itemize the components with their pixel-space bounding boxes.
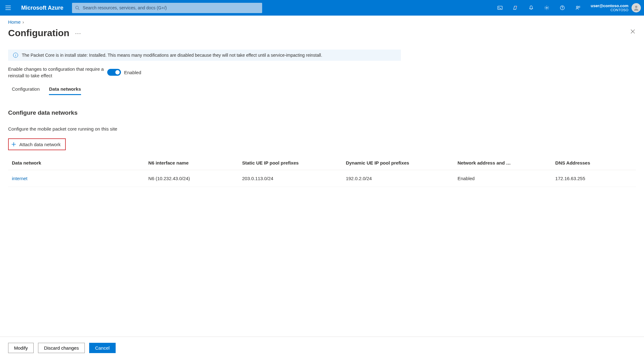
info-icon: i	[13, 53, 18, 58]
account-org: CONTOSO	[591, 8, 628, 12]
person-icon	[633, 4, 640, 11]
toggle-knob	[115, 70, 120, 74]
feedback-button[interactable]	[570, 0, 586, 16]
col-dns[interactable]: DNS Addresses	[555, 160, 635, 165]
help-button[interactable]	[555, 0, 570, 16]
hamburger-icon	[5, 5, 11, 11]
svg-line-1	[78, 9, 79, 10]
tab-data-networks[interactable]: Data networks	[49, 86, 81, 95]
attach-data-network-button[interactable]: Attach data network	[8, 138, 66, 150]
section-description: Configure the mobile packet core running…	[8, 126, 636, 132]
feedback-icon	[575, 5, 581, 11]
data-networks-table: Data network N6 interface name Static UE…	[8, 157, 636, 187]
account-menu[interactable]: user@contoso.com CONTOSO	[586, 3, 641, 12]
search-placeholder: Search resources, services, and docs (G+…	[83, 5, 167, 10]
reinstall-toggle-state: Enabled	[124, 70, 141, 75]
cell-dns: 172.16.63.255	[555, 176, 635, 181]
modify-button[interactable]: Modify	[8, 343, 34, 353]
cell-dynamic: 192.0.2.0/24	[346, 176, 455, 181]
breadcrumb: Home ›	[8, 19, 636, 25]
brand-label[interactable]: Microsoft Azure	[14, 5, 72, 11]
discard-changes-button[interactable]: Discard changes	[38, 343, 85, 353]
col-dynamic-prefixes[interactable]: Dynamic UE IP pool prefixes	[346, 160, 455, 165]
plus-icon	[11, 141, 17, 147]
col-data-network[interactable]: Data network	[12, 160, 146, 165]
tab-configuration[interactable]: Configuration	[12, 86, 40, 95]
help-icon	[560, 5, 565, 11]
svg-point-6	[576, 6, 578, 8]
col-static-prefixes[interactable]: Static UE IP pool prefixes	[242, 160, 344, 165]
col-n6-interface[interactable]: N6 interface name	[148, 160, 240, 165]
page-more-button[interactable]: ···	[75, 30, 81, 37]
copilot-button[interactable]	[508, 0, 523, 16]
reinstall-toggle[interactable]	[107, 69, 121, 76]
bell-icon	[528, 5, 534, 11]
cell-napt: Enabled	[458, 176, 553, 181]
cancel-button[interactable]: Cancel	[89, 343, 116, 353]
copilot-icon	[513, 5, 518, 11]
footer-action-bar: Modify Discard changes Cancel	[0, 337, 644, 359]
cell-n6: N6 (10.232.43.0/24)	[148, 176, 240, 181]
svg-point-5	[562, 9, 563, 9]
svg-point-3	[546, 7, 547, 8]
settings-button[interactable]	[539, 0, 555, 16]
table-header-row: Data network N6 interface name Static UE…	[8, 157, 636, 170]
info-banner-message: The Packet Core is in install state: Ins…	[22, 53, 322, 58]
svg-point-7	[635, 6, 637, 8]
search-input[interactable]: Search resources, services, and docs (G+…	[72, 3, 262, 13]
notifications-button[interactable]	[523, 0, 539, 16]
data-network-link[interactable]: internet	[12, 176, 146, 181]
page-title: Configuration	[8, 28, 70, 38]
info-banner: i The Packet Core is in install state: I…	[8, 50, 401, 61]
cloud-shell-icon	[497, 5, 503, 11]
topbar-icon-tray	[492, 0, 586, 16]
col-napt[interactable]: Network address and …	[458, 160, 553, 165]
account-email: user@contoso.com	[591, 3, 628, 8]
cloud-shell-button[interactable]	[492, 0, 508, 16]
avatar	[632, 3, 641, 12]
gear-icon	[544, 5, 550, 11]
chevron-right-icon: ›	[22, 19, 24, 25]
close-blade-button[interactable]	[630, 28, 636, 35]
search-icon	[75, 6, 79, 10]
reinstall-toggle-row: Enable changes to configuration that req…	[8, 66, 636, 79]
content-area: Home › Configuration ··· i The Packet Co…	[0, 16, 644, 337]
tabs: Configuration Data networks	[8, 86, 636, 95]
reinstall-toggle-label: Enable changes to configuration that req…	[8, 66, 107, 79]
page-header: Configuration ···	[8, 28, 636, 38]
hamburger-menu-button[interactable]	[2, 5, 14, 11]
table-row: internet N6 (10.232.43.0/24) 203.0.113.0…	[8, 170, 636, 187]
attach-data-network-label: Attach data network	[19, 142, 61, 147]
cell-static: 203.0.113.0/24	[242, 176, 344, 181]
svg-rect-2	[498, 6, 502, 10]
azure-topbar: Microsoft Azure Search resources, servic…	[0, 0, 644, 16]
close-icon	[631, 29, 635, 34]
breadcrumb-home[interactable]: Home	[8, 19, 21, 25]
section-title: Configure data networks	[8, 109, 636, 116]
